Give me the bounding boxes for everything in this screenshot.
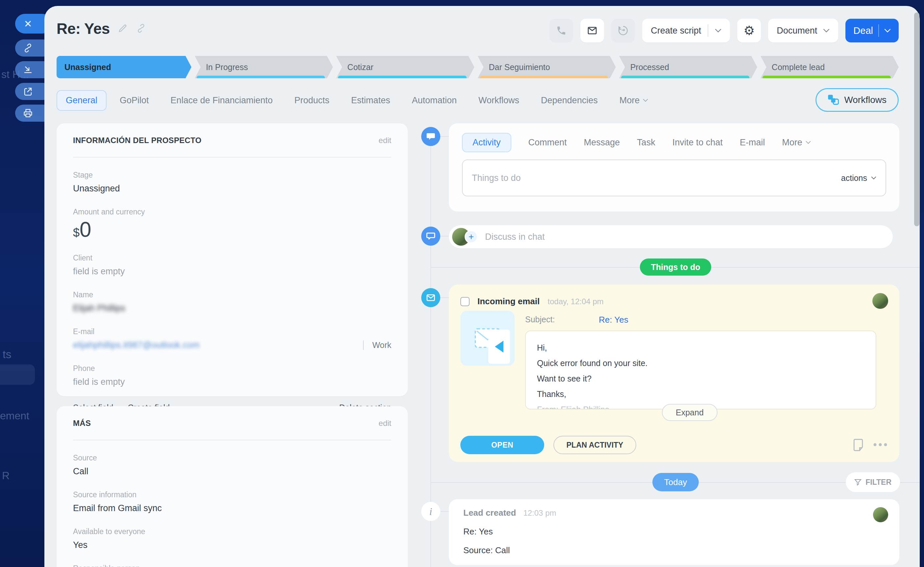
- tab-automation[interactable]: Automation: [403, 90, 465, 111]
- feed-tab-more[interactable]: More: [782, 138, 811, 148]
- plan-activity-button[interactable]: PLAN ACTIVITY: [554, 436, 636, 454]
- more-options-icon[interactable]: [873, 443, 888, 446]
- feed-tab-label: More: [782, 138, 802, 148]
- tab-workflows[interactable]: Workflows: [470, 90, 528, 111]
- tab-general[interactable]: General: [57, 90, 106, 111]
- field-value: Unassigned: [73, 183, 391, 194]
- field-name[interactable]: Name Elijah Phillips: [73, 290, 391, 314]
- stage-dar-seguimiento[interactable]: Dar Seguimiento: [478, 56, 616, 78]
- stage-color-strip: [621, 76, 749, 78]
- email-timestamp: today, 12:04 pm: [548, 297, 603, 306]
- actions-dropdown[interactable]: actions: [841, 173, 876, 183]
- edit-title-icon[interactable]: [118, 23, 128, 34]
- deal-label: Deal: [853, 26, 873, 36]
- workflows-button[interactable]: Workflows: [816, 88, 898, 112]
- funnel-icon: [854, 478, 861, 486]
- stage-complete-lead[interactable]: Complete lead: [760, 56, 898, 78]
- field-client[interactable]: Client field is empty: [73, 254, 391, 277]
- filter-label: FILTER: [866, 478, 891, 487]
- deal-button[interactable]: Deal: [845, 19, 898, 42]
- info-glyph: i: [429, 506, 432, 518]
- filter-button[interactable]: FILTER: [846, 472, 900, 492]
- workflows-icon: [828, 94, 839, 106]
- field-source-information[interactable]: Source information Email from Gmail sync: [73, 490, 391, 513]
- expand-button[interactable]: Expand: [662, 404, 717, 421]
- today-separator: Today FILTER: [430, 472, 920, 492]
- add-participant-button[interactable]: +: [465, 230, 478, 243]
- today-badge: Today: [652, 473, 699, 491]
- feed-tab-label: Invite to chat: [672, 138, 723, 148]
- email-body-preview[interactable]: Hi, Quick error found on your site. Want…: [525, 330, 876, 410]
- field-email[interactable]: E-mail elijahphillips.it987@outlook.com …: [73, 327, 391, 350]
- tab-more[interactable]: More: [611, 90, 657, 111]
- field-stage[interactable]: Stage Unassigned: [73, 171, 391, 194]
- amount-value: 0: [80, 218, 92, 242]
- stage-color-strip: [338, 76, 466, 78]
- chat-exchange-icon: [618, 25, 629, 36]
- email-timeline-icon: [421, 288, 440, 307]
- divider: [708, 24, 708, 37]
- stage-label: Dar Seguimiento: [489, 63, 550, 72]
- field-source[interactable]: Source Call: [73, 453, 391, 477]
- link-icon: [22, 42, 33, 54]
- discuss-chat-input[interactable]: [485, 232, 890, 242]
- event-title: Lead created: [464, 508, 516, 518]
- tab-dependencies[interactable]: Dependencies: [532, 90, 606, 111]
- email-type-tag[interactable]: Work: [363, 340, 391, 350]
- field-label: Name: [73, 290, 391, 299]
- call-button[interactable]: [549, 19, 573, 42]
- subject-label: Subject:: [525, 315, 599, 325]
- scrollbar[interactable]: [914, 12, 920, 226]
- things-to-do-separator: Things to do: [430, 258, 920, 276]
- field-responsible-person[interactable]: Responsible person: [73, 564, 391, 567]
- field-label: Source: [73, 453, 391, 462]
- tab-label: Automation: [412, 95, 457, 106]
- feed-tab-activity[interactable]: Activity: [462, 133, 512, 152]
- tab-estimates[interactable]: Estimates: [343, 90, 399, 111]
- todo-input[interactable]: [472, 173, 841, 183]
- discuss-in-chat-card[interactable]: +: [449, 225, 893, 248]
- create-script-button[interactable]: Create script: [642, 19, 730, 42]
- subject-link[interactable]: Re: Yes: [599, 315, 628, 325]
- activity-composer-card: Activity Comment Message Task Invite to …: [449, 123, 899, 212]
- feed-tab-email[interactable]: E-mail: [740, 138, 765, 148]
- note-icon[interactable]: [853, 438, 864, 452]
- email-body-line: Quick error found on your site.: [537, 358, 864, 368]
- edit-section-link[interactable]: edit: [378, 418, 391, 428]
- stage-in-progress[interactable]: In Progress: [195, 56, 333, 78]
- copy-title-link-icon[interactable]: [136, 23, 147, 34]
- tab-products[interactable]: Products: [286, 90, 338, 111]
- chat-reply-button[interactable]: [611, 19, 635, 42]
- tab-gopilot[interactable]: GoPilot: [111, 90, 158, 111]
- divider: [73, 440, 391, 440]
- edit-section-link[interactable]: edit: [378, 136, 391, 145]
- stage-label: In Progress: [206, 63, 248, 72]
- feed-tab-task[interactable]: Task: [637, 138, 656, 148]
- document-button[interactable]: Document: [768, 19, 838, 42]
- email-checkbox[interactable]: [460, 297, 470, 306]
- actions-label: actions: [841, 173, 867, 183]
- close-icon: ✕: [22, 18, 33, 29]
- incoming-email-thumbnail[interactable]: [460, 311, 514, 366]
- field-amount[interactable]: Amount and currency $0: [73, 207, 391, 240]
- email-button[interactable]: [580, 19, 604, 42]
- settings-button[interactable]: ⚙: [737, 19, 761, 42]
- field-value[interactable]: elijahphillips.it987@outlook.com: [73, 340, 200, 350]
- nav-active-item[interactable]: [0, 364, 35, 385]
- gear-icon: ⚙: [744, 23, 754, 38]
- field-available-to-everyone[interactable]: Available to everyone Yes: [73, 527, 391, 550]
- feed-tab-comment[interactable]: Comment: [528, 138, 567, 148]
- stage-processed[interactable]: Processed: [619, 56, 757, 78]
- things-to-do-badge: Things to do: [640, 258, 712, 276]
- feed-tab-invite-to-chat[interactable]: Invite to chat: [672, 138, 723, 148]
- feed-tab-message[interactable]: Message: [584, 138, 620, 148]
- stage-cotizar[interactable]: Cotizar: [336, 56, 474, 78]
- open-email-button[interactable]: OPEN: [460, 436, 544, 454]
- stage-unassigned[interactable]: Unassigned: [57, 56, 191, 78]
- todo-input-box[interactable]: actions: [462, 159, 886, 196]
- field-phone[interactable]: Phone field is empty: [73, 364, 391, 387]
- field-label: Phone: [73, 364, 391, 373]
- chevron-down-icon: [884, 28, 891, 33]
- tab-enlace-de-financiamiento[interactable]: Enlace de Financiamiento: [162, 90, 282, 111]
- chevron-down-icon: [823, 28, 830, 33]
